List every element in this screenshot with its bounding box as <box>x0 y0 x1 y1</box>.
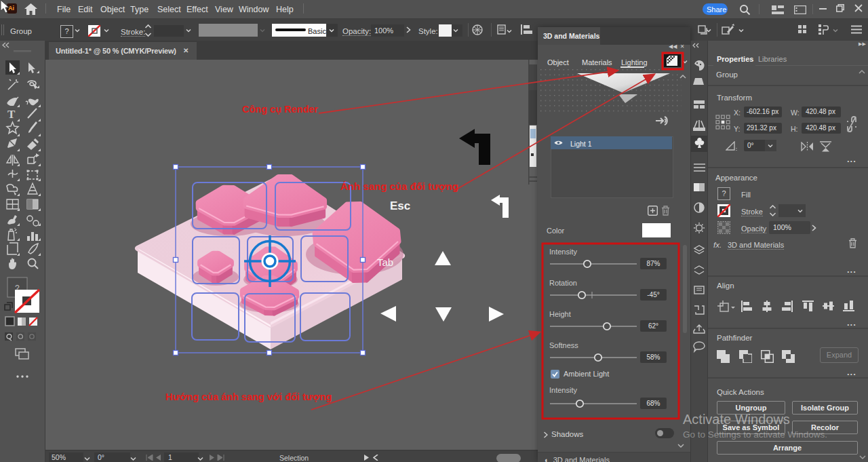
svg-text:Esc: Esc <box>390 199 410 212</box>
svg-text:Tab: Tab <box>377 256 393 268</box>
svg-text:T: T <box>7 108 16 121</box>
